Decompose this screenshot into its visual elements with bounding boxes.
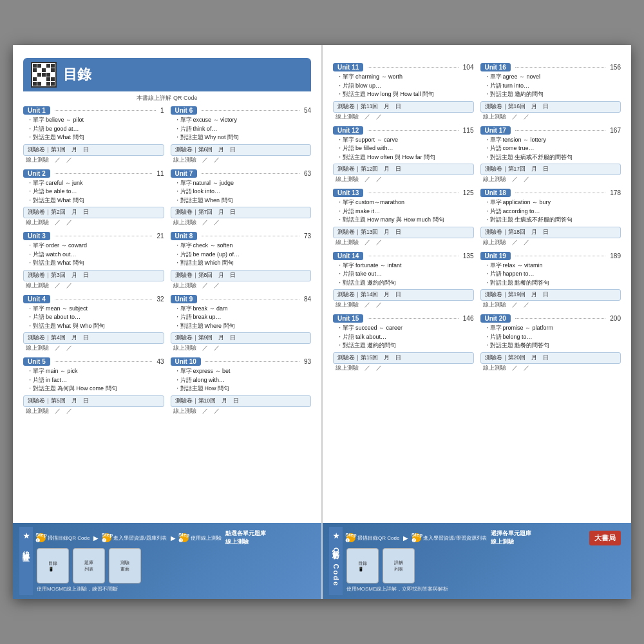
content-value: be about to… — [46, 313, 80, 322]
action-text-left: 點選各單元題庫線上測驗 — [225, 529, 266, 546]
bottom-images-left: 目錄📱 題庫列表 測驗畫面 — [37, 548, 311, 583]
content-value: 點餐的問答句 — [515, 341, 549, 350]
content-row: ・單字custom～marathon — [337, 198, 474, 207]
unit-page-line — [515, 256, 605, 256]
unit-page-line — [205, 361, 299, 362]
content-value: watch out… — [46, 251, 77, 260]
left-page: 目錄 本書線上詳解 QR Code Unit 11・單字believe ～ pi… — [13, 45, 323, 599]
content-label: ・單字 — [337, 261, 354, 270]
bottom-note-right: 使用MOSME線上詳解，立即找到答案與解析 — [346, 585, 621, 592]
content-value: support ～ carve — [355, 136, 398, 145]
qr-code-left — [31, 62, 57, 88]
content-row: ・片語be good at… — [27, 125, 164, 134]
content-value: think of… — [193, 125, 218, 134]
unit-badge: Unit 19 — [480, 252, 511, 260]
unit-content: ・單字careful ～ junk・片語be able to…・對話主題What… — [23, 179, 164, 205]
step3-circle: Step❸ — [180, 533, 189, 542]
step3-left: Step❸ 使用線上測驗 — [180, 533, 222, 542]
unit-label-row: Unit 16156 — [480, 63, 621, 71]
content-label: ・片語 — [175, 251, 192, 260]
online-row: 線上測驗 ／ ／ — [480, 239, 621, 247]
content-value: happen to… — [503, 270, 535, 279]
content-row: ・單字relax ～ vitamin — [484, 261, 621, 270]
content-row: ・片語make it… — [337, 207, 474, 216]
unit-block-unit6: Unit 654・單字excuse ～ victory・片語think of…・… — [171, 106, 312, 164]
content-label: ・對話主題 — [27, 259, 56, 268]
unit-label-row: Unit 14135 — [333, 252, 474, 260]
content-label: ・片語 — [484, 82, 502, 91]
content-value: What 問句 — [57, 259, 84, 268]
step2-right: Step❷ 進入學習資源/學習資源列表 — [412, 533, 486, 542]
test-row: 測驗卷｜第5回 月 日 — [23, 395, 164, 407]
test-label: 測驗卷｜第14回 月 日 — [337, 291, 401, 299]
unit-page-num: 73 — [304, 232, 311, 240]
online-row: 線上測驗 ／ ／ — [171, 345, 312, 352]
unit-page-line — [515, 67, 605, 68]
test-label: 測驗卷｜第18回 月 日 — [485, 229, 549, 236]
content-value: 為何與 How come 問句 — [57, 384, 117, 393]
online-row: 線上測驗 ／ ／ — [23, 408, 164, 415]
test-row: 測驗卷｜第13回 月 日 — [333, 227, 474, 238]
unit-page-line — [202, 299, 299, 299]
unit-content: ・單字believe ～ pilot・片語be good at…・對話主題Wha… — [23, 116, 164, 142]
test-row: 測驗卷｜第16回 月 日 — [480, 101, 621, 113]
unit-page-num: 54 — [304, 107, 311, 114]
star-label-left: ★ 線上評量 — [19, 527, 33, 595]
content-value: What 問句 — [57, 196, 84, 205]
online-row: 線上測驗 ／ ／ — [171, 219, 312, 227]
content-row: ・單字careful ～ junk — [27, 179, 164, 188]
unit-badge: Unit 15 — [333, 314, 363, 323]
unit-page-num: 21 — [156, 232, 164, 240]
unit-block-unit18: Unit 18178・單字application ～ bury・片語accord… — [480, 189, 621, 247]
content-value: agree ～ novel — [503, 73, 541, 82]
step1-left: Step❶ 掃描目錄QR Code — [37, 533, 90, 542]
unit-block-unit17: Unit 17167・單字tension ～ lottery・片語come tr… — [480, 126, 621, 184]
unit-content: ・單字succeed ～ career・片語talk about…・對話主題邀約… — [333, 324, 474, 350]
content-label: ・對話主題 — [175, 259, 204, 268]
content-label: ・片語 — [337, 270, 354, 279]
unit-page-line — [202, 173, 299, 174]
unit-page-line — [55, 110, 156, 111]
content-label: ・片語 — [337, 207, 354, 216]
content-value: What 問句 — [57, 133, 84, 142]
content-label: ・單字 — [27, 116, 44, 125]
content-row: ・對話主題Where 問句 — [175, 322, 312, 331]
online-row: 線上測驗 ／ ／ — [23, 156, 164, 164]
unit-page-line — [368, 67, 458, 68]
unit-badge: Unit 14 — [333, 252, 363, 260]
content-row: ・單字succeed ～ career — [337, 324, 474, 333]
unit-block-unit20: Unit 20200・單字promise ～ platform・片語belong… — [480, 314, 621, 372]
unit-label-row: Unit 20200 — [480, 314, 621, 323]
content-value: 邀約的問句 — [367, 341, 396, 350]
unit-page-num: 93 — [304, 358, 311, 365]
unit-label-row: Unit 11104 — [333, 63, 474, 71]
step2r-text: 進入學習資源/學習資源列表 — [423, 535, 486, 542]
content-row: ・對話主題What 與 Who 問句 — [27, 322, 164, 331]
content-value: break up… — [193, 313, 222, 322]
unit-label-row: Unit 15146 — [333, 314, 474, 323]
bottom-bar-right: ★ 解析QR Code Step❶ 掃描目錄QR Code ▶ Step❷ 進入… — [323, 523, 631, 599]
content-label: ・對話主題 — [484, 216, 513, 225]
content-row: ・片語according to… — [484, 207, 621, 216]
content-label: ・單字 — [484, 198, 502, 207]
content-label: ・片語 — [175, 125, 192, 134]
content-value: When 問句 — [205, 196, 233, 205]
page-title: 目錄 — [63, 65, 91, 84]
content-label: ・片語 — [175, 313, 192, 322]
content-value: fortunate ～ infant — [355, 261, 402, 270]
unit-page-num: 200 — [610, 315, 621, 322]
unit-block-unit13: Unit 13125・單字custom～marathon・片語make it…・… — [333, 189, 474, 247]
online-row: 線上測驗 ／ ／ — [333, 239, 474, 247]
unit-page-num: 84 — [304, 296, 311, 303]
unit-page-num: 115 — [463, 127, 474, 134]
online-row: 線上測驗 ／ ／ — [480, 365, 621, 372]
online-row: 線上測驗 ／ ／ — [480, 176, 621, 184]
content-label: ・對話主題 — [484, 90, 513, 99]
online-row: 線上測驗 ／ ／ — [23, 345, 164, 352]
content-row: ・單字express ～ bet — [175, 367, 312, 376]
subtitle-qr: 本書線上詳解 QR Code — [23, 94, 311, 102]
content-label: ・單字 — [337, 324, 354, 333]
unit-page-num: 135 — [463, 252, 474, 260]
content-row: ・片語be about to… — [27, 313, 164, 322]
content-value: 邀約的問句 — [367, 279, 396, 288]
